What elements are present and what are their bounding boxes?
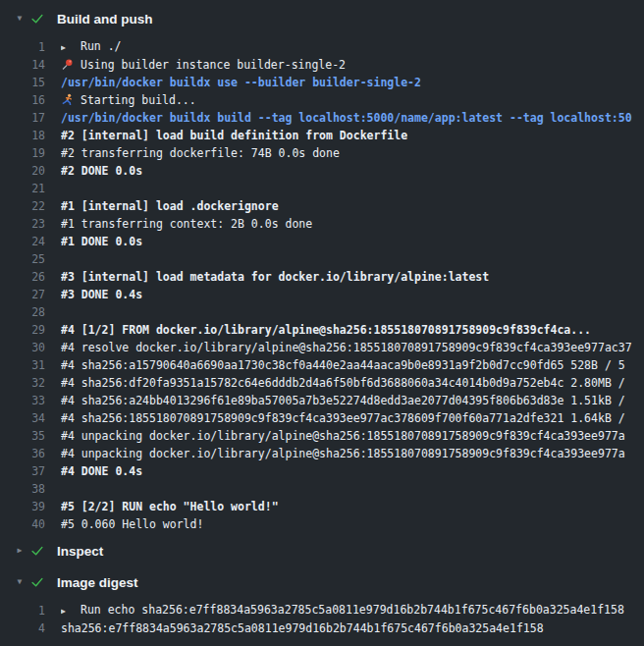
expand-group-arrow-icon[interactable]: ▶ (61, 603, 80, 620)
log-line: 39#5 [2/2] RUN echo "Hello world!" (0, 498, 644, 515)
line-number[interactable]: 21 (0, 182, 45, 195)
line-number[interactable]: 19 (0, 146, 45, 160)
line-number[interactable]: 4 (0, 621, 45, 635)
log-line-content: #4 DONE 0.4s (61, 462, 142, 480)
collapse-triangle-icon[interactable]: ▼ (10, 8, 29, 29)
collapse-triangle-icon[interactable]: ▼ (10, 571, 29, 593)
log-text: sha256:e7ff8834a5963a2785c5a0811e979d16b… (61, 621, 544, 635)
log-line: 15/usr/bin/docker buildx use --builder b… (0, 74, 644, 91)
log-text: #4 sha256:a15790640a6690aa1730c38cf0a440… (61, 358, 625, 372)
log-text: #1 DONE 0.0s (61, 235, 142, 248)
log-line: 40#5 0.060 Hello world! (0, 515, 644, 533)
line-number[interactable]: 37 (0, 464, 45, 478)
expand-triangle-icon[interactable]: ▶ (10, 540, 29, 562)
line-number[interactable]: 38 (0, 482, 45, 496)
line-number[interactable]: 20 (0, 164, 45, 178)
line-number[interactable]: 39 (0, 500, 45, 513)
line-number[interactable]: 36 (0, 447, 45, 460)
log-line-content: #2 transferring dockerfile: 74B 0.0s don… (61, 144, 340, 162)
section-title: Image digest (57, 575, 138, 590)
log-text: #4 [1/2] FROM docker.io/library/alpine@s… (61, 323, 591, 337)
line-number[interactable]: 40 (0, 517, 45, 531)
section-title: Inspect (57, 544, 103, 559)
line-number[interactable]: 24 (0, 235, 45, 248)
log-section-image-digest: ▼Image digest1▶Run echo sha256:e7ff8834a… (0, 571, 644, 637)
line-number[interactable]: 14 (0, 58, 45, 72)
log-line-content: ▶Run ./ (61, 37, 122, 57)
line-number[interactable]: 31 (0, 358, 45, 372)
section-header-image-digest[interactable]: ▼Image digest (0, 571, 644, 593)
line-number[interactable]: 26 (0, 270, 45, 284)
log-line: 27#3 DONE 0.4s (0, 286, 644, 303)
log-line-content: sha256:e7ff8834a5963a2785c5a0811e979d16b… (61, 619, 544, 637)
line-number[interactable]: 33 (0, 394, 45, 407)
log-line: 14Using builder instance builder-single-… (0, 56, 644, 74)
section-lines: 1▶Run ./14Using builder instance builder… (0, 38, 644, 533)
log-line-content: #2 DONE 0.0s (61, 162, 142, 180)
log-line: 36#4 unpacking docker.io/library/alpine@… (0, 445, 644, 462)
workflow-log[interactable]: ▼Build and push1▶Run ./14Using builder i… (0, 0, 644, 637)
line-number[interactable]: 29 (0, 323, 45, 337)
log-text: #2 [internal] load build definition from… (61, 129, 407, 142)
log-text: #5 [2/2] RUN echo "Hello world!" (61, 500, 279, 513)
pushpin-icon (61, 56, 80, 74)
line-number[interactable]: 22 (0, 199, 45, 213)
log-text: #3 [internal] load metadata for docker.i… (61, 270, 489, 284)
log-text: #4 unpacking docker.io/library/alpine@sh… (61, 447, 625, 460)
log-line: 35#4 unpacking docker.io/library/alpine@… (0, 427, 644, 445)
log-section-inspect: ▶Inspect (0, 540, 644, 562)
line-number[interactable]: 16 (0, 93, 45, 107)
line-number[interactable]: 27 (0, 288, 45, 301)
log-line-content: #3 DONE 0.4s (61, 286, 142, 303)
log-text: Run echo sha256:e7ff8834a5963a2785c5a081… (80, 603, 624, 617)
log-line: 19#2 transferring dockerfile: 74B 0.0s d… (0, 144, 644, 162)
log-line: 28 (0, 303, 644, 321)
log-text: #1 [internal] load .dockerignore (61, 199, 279, 213)
section-header-inspect[interactable]: ▶Inspect (0, 540, 644, 562)
log-text: /usr/bin/docker buildx use --builder bui… (61, 76, 421, 89)
log-text: #2 transferring dockerfile: 74B 0.0s don… (61, 146, 340, 160)
log-text: /usr/bin/docker buildx build --tag local… (61, 111, 632, 125)
log-line: 16Starting build... (0, 91, 644, 109)
success-check-icon (29, 12, 45, 26)
log-text: #5 0.060 Hello world! (61, 517, 203, 531)
log-line: 22#1 [internal] load .dockerignore (0, 197, 644, 215)
log-line-content: #4 sha256:df20fa9351a15782c64e6dddb2d4a6… (61, 374, 625, 392)
log-line: 18#2 [internal] load build definition fr… (0, 127, 644, 144)
line-number[interactable]: 1 (0, 40, 45, 54)
log-text: Starting build... (80, 93, 196, 107)
log-line-content: Using builder instance builder-single-2 (61, 56, 346, 74)
line-number[interactable]: 23 (0, 217, 45, 231)
log-line: 31#4 sha256:a15790640a6690aa1730c38cf0a4… (0, 356, 644, 374)
line-number[interactable]: 30 (0, 341, 45, 354)
log-text: #2 DONE 0.0s (61, 164, 142, 178)
line-number[interactable]: 34 (0, 411, 45, 425)
log-line: 17/usr/bin/docker buildx build --tag loc… (0, 109, 644, 127)
success-check-icon (29, 544, 45, 558)
section-header-build-and-push[interactable]: ▼Build and push (0, 8, 644, 29)
log-line-content: #4 sha256:a15790640a6690aa1730c38cf0a440… (61, 356, 625, 374)
line-number[interactable]: 35 (0, 429, 45, 443)
log-text: Using builder instance builder-single-2 (80, 58, 346, 72)
log-line: 30#4 resolve docker.io/library/alpine@sh… (0, 339, 644, 356)
line-number[interactable]: 1 (0, 604, 45, 618)
log-text: #3 DONE 0.4s (61, 288, 142, 301)
log-line-content: /usr/bin/docker buildx build --tag local… (61, 109, 632, 127)
log-line-content: #4 sha256:185518070891758909c9f839cf4ca3… (61, 409, 625, 427)
expand-group-arrow-icon[interactable]: ▶ (61, 39, 80, 57)
log-line: 4sha256:e7ff8834a5963a2785c5a0811e979d16… (0, 619, 644, 637)
log-line-content: #3 [internal] load metadata for docker.i… (61, 268, 489, 286)
log-text: #4 unpacking docker.io/library/alpine@sh… (61, 429, 625, 443)
log-line: 26#3 [internal] load metadata for docker… (0, 268, 644, 286)
log-line: 24#1 DONE 0.0s (0, 233, 644, 250)
log-line: 23#1 transferring context: 2B 0.0s done (0, 215, 644, 233)
line-number[interactable]: 18 (0, 129, 45, 142)
log-line-content: #2 [internal] load build definition from… (61, 127, 407, 144)
line-number[interactable]: 25 (0, 252, 45, 266)
line-number[interactable]: 32 (0, 376, 45, 390)
log-line-content: #1 [internal] load .dockerignore (61, 197, 279, 215)
line-number[interactable]: 15 (0, 76, 45, 89)
line-number[interactable]: 17 (0, 111, 45, 125)
log-line-content: #4 unpacking docker.io/library/alpine@sh… (61, 445, 625, 462)
line-number[interactable]: 28 (0, 305, 45, 319)
